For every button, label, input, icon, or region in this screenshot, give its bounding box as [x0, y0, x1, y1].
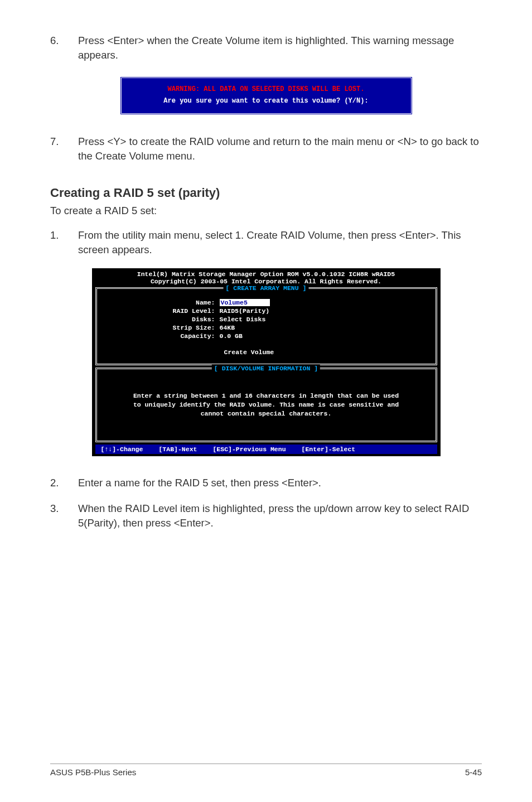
bios-info-text: Enter a string between 1 and 16 characte… [97, 375, 436, 433]
bios-name-input[interactable]: Volume5 [220, 299, 270, 306]
step-6-text: Press <Enter> when the Create Volume ite… [78, 33, 482, 62]
bios-footer-change: [↑↓]-Change [101, 446, 143, 453]
bios-info-line3: cannot contain special characters. [107, 409, 425, 418]
bios-row-strip: Strip Size: 64KB [97, 324, 436, 331]
step-7-text: Press <Y> to create the RAID volume and … [78, 134, 482, 163]
bios-form: Name: Volume5 RAID Level: RAID5(Parity) … [97, 299, 436, 356]
bios-capacity-value[interactable]: 0.0 GB [220, 332, 243, 340]
step-1-text: From the utility main menu, select 1. Cr… [78, 228, 482, 257]
bios-row-name: Name: Volume5 [97, 299, 436, 306]
bios-info-panel-title: [ DISK/VOLUME INFORMATION ] [212, 365, 320, 372]
bios-screen: Intel(R) Matrix Storage Manager Option R… [92, 268, 441, 456]
bios-screenshot-wrap: Intel(R) Matrix Storage Manager Option R… [50, 268, 482, 456]
warning-line: WARNING: ALL DATA ON SELECTED DISKS WILL… [129, 84, 403, 96]
bios-strip-label: Strip Size: [97, 324, 220, 331]
bios-footer-next: [TAB]-Next [158, 446, 197, 453]
section-heading: Creating a RAID 5 set (parity) [50, 186, 482, 200]
warning-prompt: Are you sure you want to create this vol… [129, 95, 403, 108]
step-1: 1. From the utility main menu, select 1.… [50, 228, 482, 257]
step-3-text: When the RAID Level item is highlighted,… [78, 501, 482, 530]
bios-name-label: Name: [97, 299, 220, 306]
bios-footer-select: [Enter]-Select [302, 446, 356, 453]
bios-raid-label: RAID Level: [97, 307, 220, 315]
page-footer-left: ASUS P5B-Plus Series [50, 767, 136, 777]
step-6: 6. Press <Enter> when the Create Volume … [50, 33, 482, 62]
step-6-num: 6. [50, 33, 78, 62]
bios-create-volume[interactable]: Create Volume [97, 349, 436, 356]
bios-raid-value[interactable]: RAID5(Parity) [220, 307, 270, 315]
bios-row-disks: Disks: Select Disks [97, 316, 436, 323]
step-3: 3. When the RAID Level item is highlight… [50, 501, 482, 530]
page-footer-right: 5-45 [465, 767, 482, 777]
bios-create-panel: [ CREATE ARRAY MENU ] Name: Volume5 RAID… [95, 287, 437, 365]
step-2-text: Enter a name for the RAID 5 set, then pr… [78, 476, 482, 490]
step-7: 7. Press <Y> to create the RAID volume a… [50, 134, 482, 163]
bios-row-raid: RAID Level: RAID5(Parity) [97, 307, 436, 315]
step-3-num: 3. [50, 501, 78, 530]
bios-info-line2: to uniquely identify the RAID volume. Th… [107, 400, 425, 409]
step-2: 2. Enter a name for the RAID 5 set, then… [50, 476, 482, 490]
bios-header-line1: Intel(R) Matrix Storage Manager Option R… [92, 270, 441, 278]
section-subheading: To create a RAID 5 set: [50, 205, 482, 217]
bios-disks-label: Disks: [97, 316, 220, 323]
bios-info-panel: [ DISK/VOLUME INFORMATION ] Enter a stri… [95, 368, 437, 442]
bios-info-line1: Enter a string between 1 and 16 characte… [107, 392, 425, 400]
bios-footer: [↑↓]-Change [TAB]-Next [ESC]-Previous Me… [95, 445, 437, 454]
step-1-num: 1. [50, 228, 78, 257]
bios-row-capacity: Capacity: 0.0 GB [97, 332, 436, 340]
step-7-num: 7. [50, 134, 78, 163]
step-2-num: 2. [50, 476, 78, 490]
bios-strip-value[interactable]: 64KB [220, 324, 235, 331]
bios-capacity-label: Capacity: [97, 332, 220, 340]
warning-box-wrap: WARNING: ALL DATA ON SELECTED DISKS WILL… [50, 76, 482, 115]
page-footer: ASUS P5B-Plus Series 5-45 [50, 764, 482, 777]
bios-footer-prev: [ESC]-Previous Menu [212, 446, 286, 453]
bios-create-panel-title: [ CREATE ARRAY MENU ] [224, 284, 309, 292]
bios-disks-value[interactable]: Select Disks [220, 316, 266, 323]
warning-dialog: WARNING: ALL DATA ON SELECTED DISKS WILL… [120, 76, 413, 115]
